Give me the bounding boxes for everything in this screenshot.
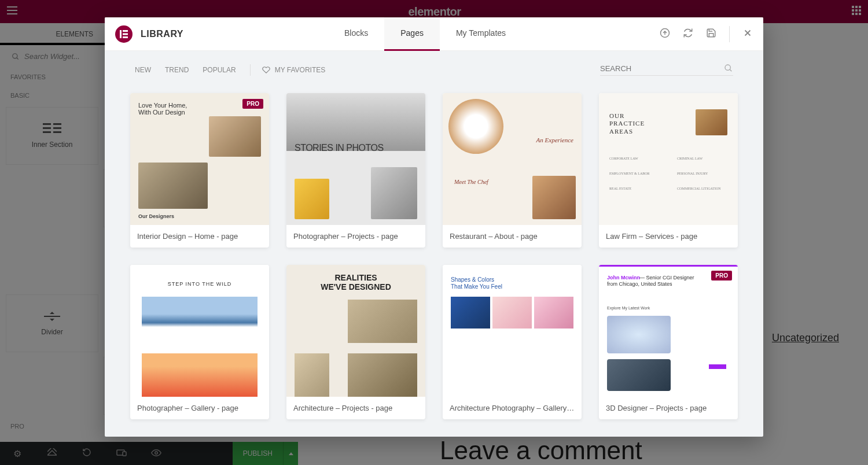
template-card[interactable]: Shapes & Colors That Make You Feel Archi… [443,265,582,419]
template-label: Photographer – Gallery - page [130,397,269,419]
modal-tabs: Blocks Pages My Templates [328,17,522,51]
tab-pages[interactable]: Pages [384,17,440,51]
pro-badge: PRO [711,271,732,281]
template-thumbnail: John Mcwinn — Senior CGI Designer from C… [599,265,738,397]
filter-trend[interactable]: TREND [165,66,189,74]
filter-popular[interactable]: POPULAR [203,66,236,74]
template-thumbnail: Shapes & Colors That Make You Feel [443,265,582,397]
template-thumbnail: OUR PRACTICE AREAS CORPORATE LAWCRIMINAL… [599,93,738,225]
filter-favorites[interactable]: MY FAVORITES [262,66,326,74]
template-thumbnail: Love Your Home, With Our Design Our Desi… [130,93,269,225]
svg-rect-27 [123,30,128,32]
template-card[interactable]: An Experience Meet The Chef Restaurant –… [443,93,582,248]
modal-title: LIBRARY [141,29,183,39]
template-label: 3D Designer – Projects - page [599,397,738,419]
filter-divider [250,64,251,76]
library-modal: LIBRARY Blocks Pages My Templates NEW TR… [105,17,763,437]
template-card[interactable]: PRO Love Your Home, With Our Design Our … [130,93,269,248]
elementor-logo-icon [115,25,133,43]
template-label: Architecture Photography – Gallery ... [443,397,582,419]
svg-line-32 [730,69,731,71]
template-card[interactable]: OUR PRACTICE AREAS CORPORATE LAWCRIMINAL… [599,93,738,248]
template-label: Restaurant – About - page [443,225,582,248]
search-icon [724,64,733,73]
template-thumbnail: An Experience Meet The Chef [443,93,582,225]
svg-rect-26 [120,30,122,38]
close-icon[interactable] [742,28,753,40]
modal-overlay: LIBRARY Blocks Pages My Templates NEW TR… [0,0,868,465]
template-thumbnail: STEP INTO THE WILD [130,265,269,397]
upload-icon[interactable] [660,28,670,40]
modal-header: LIBRARY Blocks Pages My Templates [105,17,763,51]
tab-my-templates[interactable]: My Templates [440,17,522,51]
template-thumbnail: REALITIES WE'VE DESIGNED [286,265,425,397]
template-card[interactable]: PRO John Mcwinn — Senior CGI Designer fr… [599,265,738,419]
modal-toolbar: NEW TREND POPULAR MY FAVORITES [105,51,763,82]
svg-rect-29 [123,36,128,38]
template-label: Interior Design – Home - page [130,225,269,248]
template-search[interactable] [600,64,733,76]
modal-actions [660,26,753,42]
tab-blocks[interactable]: Blocks [328,17,384,51]
action-divider [729,26,730,42]
template-card[interactable]: STEP INTO THE WILD Photographer – Galler… [130,265,269,419]
template-card[interactable]: REALITIES WE'VE DESIGNED Architecture – … [286,265,425,419]
template-label: Architecture – Projects - page [286,397,425,419]
filter-new[interactable]: NEW [135,66,151,74]
heart-icon [262,66,270,74]
save-icon[interactable] [706,28,716,40]
template-thumbnail: STORIES IN PHOTOS [286,93,425,225]
template-card[interactable]: STORIES IN PHOTOS Photographer – Project… [286,93,425,248]
sync-icon[interactable] [683,28,693,40]
svg-rect-28 [123,33,128,35]
svg-point-31 [725,65,730,70]
template-grid: PRO Love Your Home, With Our Design Our … [105,82,763,437]
template-label: Photographer – Projects - page [286,225,425,248]
template-label: Law Firm – Services - page [599,225,738,248]
search-input[interactable] [600,64,724,73]
pro-badge: PRO [242,99,263,109]
